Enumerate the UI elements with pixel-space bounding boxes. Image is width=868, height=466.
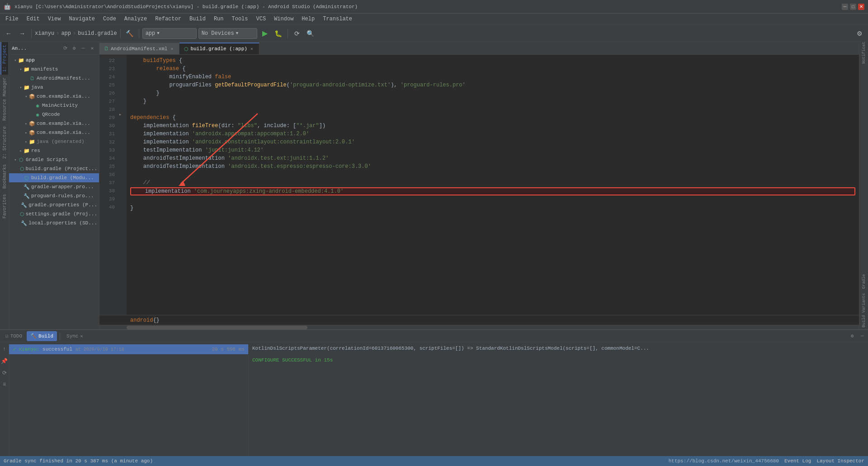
toolbar-sep-4 (288, 29, 288, 38)
menu-vcs[interactable]: VCS (253, 15, 270, 23)
build-sidebar: ↑ 📌 ⟳ ≡ (0, 342, 9, 456)
menu-analyze[interactable]: Analyze (121, 15, 151, 23)
panel-close-btn[interactable]: ✕ (88, 44, 96, 52)
menu-view[interactable]: View (44, 15, 65, 23)
layout-inspector-link[interactable]: Layout Inspector (816, 458, 864, 464)
tree-item-androidmanifest[interactable]: ▸ 🗋 AndroidManifest... (9, 74, 99, 83)
todo-tab[interactable]: ☑ TODO (2, 331, 26, 341)
build-sync-btn[interactable]: ⟳ (0, 368, 9, 378)
build-up-btn[interactable]: ↑ (0, 344, 9, 354)
menu-window[interactable]: Window (270, 15, 297, 23)
code-31-2: implementation (143, 130, 189, 138)
code-30-9: include: (264, 122, 293, 130)
toolbar-hammer-btn[interactable]: 🔨 (124, 28, 136, 39)
tree-item-local-properties[interactable]: ▸ 🔧 local.properties (SD... (9, 219, 99, 228)
main-content: 1: Project Resource Manager 2: Structure… (0, 42, 868, 329)
panel-collapse-btn[interactable]: ─ (79, 44, 87, 52)
bottom-minimize-btn[interactable]: ─ (858, 332, 866, 340)
code-22-1 (130, 57, 143, 65)
fold-arrow-29[interactable]: ▸ (119, 112, 122, 117)
project-panel-header: An... ⟳ ⚙ ─ ✕ (9, 42, 99, 55)
bottom-settings-btn[interactable]: ⚙ (848, 332, 856, 340)
build-tab[interactable]: 🔨 Build (27, 331, 57, 341)
structure-tab[interactable]: 2: Structure (0, 124, 8, 162)
code-30-12: ]) (319, 122, 326, 130)
tree-item-com-example-main[interactable]: ▾ 📦 com.example.xia... (9, 92, 99, 101)
code-gutter: ▸ (118, 55, 127, 315)
tab-build-gradle[interactable]: ⬡ build.gradle (:app) ✕ (179, 43, 259, 54)
editor-scrollbar[interactable] (99, 325, 859, 329)
menu-build[interactable]: Build (186, 15, 209, 23)
no-devices-selector[interactable]: No Devices ▼ (198, 28, 257, 39)
project-tab[interactable]: 1: Project (0, 42, 8, 75)
code-25-8: 'proguard-rules.pro' (401, 81, 466, 89)
tree-item-settings-gradle[interactable]: ▸ ⬡ settings.gradle (Proj... (9, 209, 99, 219)
title-bar-controls[interactable]: ─ □ ✕ (842, 4, 864, 10)
device-selector[interactable]: app ▼ (142, 28, 197, 39)
toolbar-back-btn[interactable]: ← (3, 28, 14, 39)
event-log-link[interactable]: Event Log (784, 458, 811, 464)
right-panel-notifications[interactable]: Notifications (860, 44, 868, 52)
debug-button[interactable]: 🐛 (273, 28, 284, 39)
build-pin-btn[interactable]: 📌 (0, 356, 9, 366)
menu-navigate[interactable]: Navigate (65, 15, 99, 23)
menu-edit[interactable]: Edit (23, 15, 43, 23)
menu-file[interactable]: File (2, 15, 22, 23)
menu-translate[interactable]: Translate (319, 15, 356, 23)
sync-btn[interactable]: ⟳ (291, 28, 303, 39)
tree-item-mainactivity[interactable]: ▸ ◉ MainActivity (9, 101, 99, 110)
favorites-tab[interactable]: Favorites (0, 191, 8, 221)
tree-item-build-gradle-module[interactable]: ▸ ⬡ build.gradle (Modu... (9, 173, 99, 182)
menu-code[interactable]: Code (99, 15, 120, 23)
settings-btn[interactable]: ⚙ (854, 28, 865, 39)
gradle-tab-right[interactable]: Gradle (861, 272, 867, 290)
sync-tab-close[interactable]: ✕ (80, 333, 83, 339)
build-variants-tab-right[interactable]: Build Variants (861, 291, 867, 329)
tab-androidmanifest-close[interactable]: ✕ (169, 46, 175, 52)
sync-tab[interactable]: Sync ✕ (63, 331, 86, 341)
tree-item-app[interactable]: ▾ 📁 app (9, 56, 99, 65)
code-25-4: getDefaultProguardFile (215, 81, 286, 89)
resource-manager-tab[interactable]: Resource Manager (0, 75, 8, 124)
code-35-3 (225, 162, 228, 171)
tab-build-gradle-close[interactable]: ✕ (249, 46, 255, 52)
build-item-xianyu[interactable]: ✓ xianyu: successful at 2020/9/10 17:18 … (9, 344, 248, 354)
build-timestamp: at 2020/9/10 17:18 (75, 347, 124, 352)
bookmarks-tab[interactable]: Bookmarks (0, 162, 8, 191)
tree-item-build-gradle-project[interactable]: ▸ ⬡ build.gradle (Project... (9, 164, 99, 173)
minimize-button[interactable]: ─ (842, 4, 848, 10)
tree-item-java-generated[interactable]: ▸ 📁 java (generated) (9, 137, 99, 146)
tree-item-proguard-rules[interactable]: ▸ 🔧 proguard-rules.pro... (9, 191, 99, 200)
tree-item-com-example-2[interactable]: ▸ 📦 com.example.xia... (9, 119, 99, 128)
tree-item-res[interactable]: ▸ 📁 res (9, 146, 99, 155)
ln-27: 27 (99, 97, 115, 105)
ln-32: 32 (99, 138, 115, 146)
tree-label-manifests: manifests (31, 67, 58, 72)
tree-item-gradle-scripts[interactable]: ▾ ⬡ Gradle Scripts (9, 155, 99, 164)
panel-settings-btn[interactable]: ⚙ (70, 44, 78, 52)
editor-scrollbar-thumb[interactable] (127, 326, 307, 329)
tab-androidmanifest[interactable]: 🗋 AndroidManifest.xml ✕ (99, 43, 179, 54)
menu-refactor[interactable]: Refactor (151, 15, 185, 23)
tree-item-qrcode[interactable]: ▸ ◉ QRcode (9, 110, 99, 119)
menu-run[interactable]: Run (210, 15, 227, 23)
menu-tools[interactable]: Tools (228, 15, 252, 23)
menu-help[interactable]: Help (298, 15, 318, 23)
maximize-button[interactable]: □ (850, 4, 856, 10)
toolbar-forward-btn[interactable]: → (16, 28, 28, 39)
build-filter-btn[interactable]: ≡ (0, 380, 9, 390)
code-33-1 (130, 146, 143, 154)
tree-item-gradle-wrapper[interactable]: ▸ 🔧 gradle-wrapper.pro... (9, 182, 99, 191)
tree-item-manifests[interactable]: ▾ 📁 manifests (9, 65, 99, 74)
run-button[interactable]: ▶ (259, 28, 271, 39)
panel-sync-btn[interactable]: ⟳ (61, 44, 69, 52)
code-35-1 (130, 162, 143, 171)
close-button[interactable]: ✕ (858, 4, 864, 10)
java-folder-icon: 📁 (24, 84, 30, 90)
toolbar-search-btn[interactable]: 🔍 (305, 28, 316, 39)
code-content[interactable]: buildTypes { release { (127, 55, 859, 315)
tree-item-com-example-3[interactable]: ▸ 📦 com.example.xia... (9, 128, 99, 137)
tree-item-gradle-properties[interactable]: ▸ 🔧 gradle.properties (P... (9, 200, 99, 209)
tree-item-java[interactable]: ▾ 📁 java (9, 83, 99, 92)
code-24-3 (212, 73, 215, 81)
